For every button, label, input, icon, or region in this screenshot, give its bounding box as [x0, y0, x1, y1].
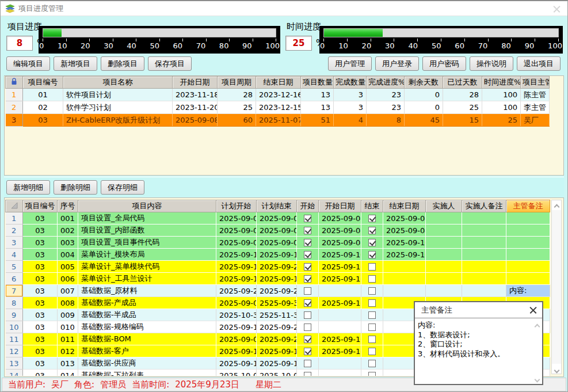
- cell-end-date[interactable]: 2023-12-16: [256, 89, 301, 101]
- cell-seq[interactable]: 013: [58, 357, 78, 370]
- cell-days-past[interactable]: 15: [443, 114, 482, 127]
- cell-project-name[interactable]: 软件学习计划: [63, 101, 173, 114]
- cell-seq[interactable]: 014: [58, 370, 78, 376]
- row-number[interactable]: 2: [6, 224, 23, 237]
- cell-plan-start[interactable]: 2025-09-18: [216, 321, 257, 333]
- cell-start-date[interactable]: 2025-09-08: [173, 114, 218, 127]
- cell-content[interactable]: 项目设置_项目事件代码: [78, 237, 216, 249]
- cell-start-flag[interactable]: [297, 273, 319, 285]
- cell-start-date[interactable]: 2025-09-10: [319, 297, 361, 309]
- header-cell-project-name[interactable]: 项目名称: [63, 77, 173, 89]
- cell-seq[interactable]: 012: [58, 345, 78, 357]
- header-cell-end-date[interactable]: 结束日期: [383, 200, 426, 212]
- header-cell-period[interactable]: 项目周期: [218, 77, 256, 89]
- header-cell-start-date[interactable]: 开始日期: [319, 200, 361, 212]
- start-checkbox[interactable]: [304, 372, 311, 376]
- cell-project-id[interactable]: 03: [23, 333, 58, 345]
- start-checkbox[interactable]: [304, 336, 311, 343]
- end-checkbox[interactable]: [368, 275, 376, 283]
- cell-end-flag[interactable]: [361, 333, 383, 345]
- cell-done-count[interactable]: 3: [334, 101, 367, 114]
- start-checkbox[interactable]: [304, 360, 311, 367]
- cell-time-percent[interactable]: 100: [482, 89, 521, 101]
- end-checkbox[interactable]: [368, 263, 376, 271]
- cell-executor-note[interactable]: [462, 212, 506, 224]
- cell-end-flag[interactable]: [361, 285, 383, 297]
- start-checkbox[interactable]: [304, 215, 311, 222]
- header-cell-time-percent[interactable]: 时间进度%: [482, 77, 521, 89]
- cell-done-percent[interactable]: 8: [367, 114, 405, 127]
- cell-seq[interactable]: 009: [58, 309, 78, 321]
- cell-content[interactable]: 基础数据-半成品: [78, 309, 216, 321]
- cell-plan-start[interactable]: 2025-09-12: [216, 261, 257, 273]
- cell-seq[interactable]: 006: [58, 273, 78, 285]
- cell-executor-note[interactable]: [462, 261, 506, 273]
- save-detail-button[interactable]: 保存明细: [101, 180, 144, 195]
- cell-start-date[interactable]: 2025-09-08: [319, 224, 361, 237]
- end-checkbox[interactable]: [368, 227, 376, 234]
- cell-end-flag[interactable]: [361, 370, 383, 376]
- cell-start-flag[interactable]: [297, 370, 319, 376]
- cell-end-date[interactable]: [383, 285, 426, 297]
- cell-plan-end[interactable]: 2525-09-30: [257, 297, 297, 309]
- cell-done-count[interactable]: 4: [334, 114, 367, 127]
- cell-project-id[interactable]: 03: [23, 273, 58, 285]
- add-detail-button[interactable]: 新增明细: [6, 180, 50, 195]
- cell-start-date[interactable]: 2023-11-18: [173, 89, 218, 101]
- cell-start-flag[interactable]: [297, 285, 319, 297]
- cell-plan-end[interactable]: 2025-09-14: [257, 357, 297, 370]
- end-checkbox[interactable]: [368, 239, 376, 246]
- detail-row[interactable]: 603006菜单设计_工具兰设计2025-09-122025-09-132025…: [6, 273, 550, 285]
- end-checkbox[interactable]: [368, 287, 376, 295]
- cell-plan-start[interactable]: 2025-09-08: [216, 212, 257, 224]
- cell-executor[interactable]: [426, 249, 462, 261]
- popup-close-icon[interactable]: [529, 306, 537, 314]
- cell-executor-note[interactable]: [462, 224, 506, 237]
- cell-start-date[interactable]: 2025-09-10: [319, 261, 361, 273]
- row-number[interactable]: 7: [6, 285, 23, 297]
- row-marker-header-cell[interactable]: [6, 200, 23, 212]
- end-checkbox[interactable]: [368, 251, 376, 258]
- popup-content[interactable]: 内容:1、数据表设计;2、窗口设计;3、材料代码设计和录入。: [415, 319, 533, 384]
- cell-end-flag[interactable]: [361, 261, 383, 273]
- cell-start-flag[interactable]: [297, 333, 319, 345]
- cell-manager-note[interactable]: [506, 249, 550, 261]
- save-project-button[interactable]: 保存项目: [148, 56, 192, 71]
- cell-end-flag[interactable]: [361, 297, 383, 309]
- cell-content[interactable]: 基础数据-BOM: [78, 333, 216, 345]
- header-cell-seq[interactable]: 序号: [58, 200, 78, 212]
- cell-manager[interactable]: 李主管: [521, 101, 550, 114]
- cell-plan-start[interactable]: 2025-09-09: [216, 333, 257, 345]
- cell-plan-end[interactable]: 2025-09-09: [257, 212, 297, 224]
- cell-plan-end[interactable]: 2525-11-30: [257, 309, 297, 321]
- cell-project-id[interactable]: 03: [23, 370, 58, 376]
- delete-project-button[interactable]: 删除项目: [101, 56, 144, 71]
- cell-start-date[interactable]: 2025-09-08: [319, 237, 361, 249]
- project-row[interactable]: 101软件项目计划2023-11-18282023-12-16133230281…: [6, 89, 550, 101]
- cell-content[interactable]: 菜单设计_菜单模块代码: [78, 261, 216, 273]
- detail-scrollbar[interactable]: [551, 200, 562, 374]
- cell-executor-note[interactable]: [462, 249, 506, 261]
- cell-project-id[interactable]: 03: [23, 249, 58, 261]
- start-checkbox[interactable]: [304, 227, 311, 234]
- cell-content[interactable]: 菜单设计_模块布局: [78, 249, 216, 261]
- cell-manager-note[interactable]: [506, 261, 550, 273]
- row-number[interactable]: 14: [6, 370, 23, 376]
- cell-content[interactable]: 基础数据-供应商: [78, 357, 216, 370]
- cell-start-date[interactable]: [319, 285, 361, 297]
- end-checkbox[interactable]: [368, 360, 376, 367]
- detail-row[interactable]: 403004菜单设计_模块布局2025-09-102025-09-102025-…: [6, 249, 550, 261]
- row-number[interactable]: 10: [6, 321, 23, 333]
- header-cell-manager-note[interactable]: 主管备注: [506, 200, 550, 212]
- cell-manager-note[interactable]: [506, 224, 550, 237]
- cell-time-percent[interactable]: 100: [482, 101, 521, 114]
- cell-plan-start[interactable]: 2025-10-30: [216, 309, 257, 321]
- header-cell-plan-start[interactable]: 计划开始: [216, 200, 257, 212]
- cell-plan-start[interactable]: 2025-09-20: [216, 285, 257, 297]
- cell-plan-end[interactable]: 2025-09-13: [257, 273, 297, 285]
- cell-end-date[interactable]: 2025-09-08: [383, 224, 426, 237]
- cell-project-id[interactable]: 03: [23, 114, 63, 127]
- cell-project-id[interactable]: 03: [23, 309, 58, 321]
- cell-days-past[interactable]: 28: [443, 89, 482, 101]
- start-checkbox[interactable]: [304, 251, 311, 258]
